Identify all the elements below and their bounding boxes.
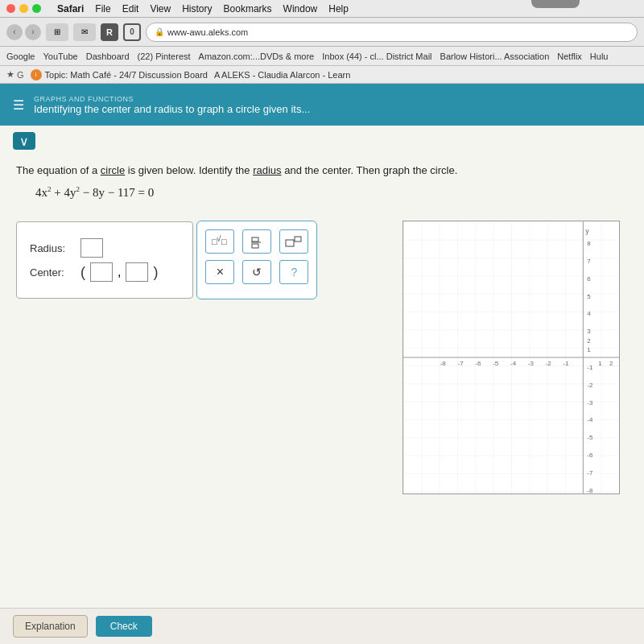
svg-text:-4: -4	[510, 359, 517, 366]
kb-help-btn[interactable]: ?	[279, 260, 308, 284]
camera-bump	[531, 0, 580, 8]
r-icon: R	[101, 23, 118, 41]
kb-fraction-btn[interactable]	[242, 229, 271, 254]
svg-text:8: 8	[587, 240, 591, 247]
tab-grid-button[interactable]: ⊞	[46, 23, 68, 41]
header-sub: GRAPHS AND FUNCTIONS	[34, 95, 310, 103]
close-paren: )	[153, 264, 158, 281]
svg-text:-8: -8	[587, 486, 593, 493]
open-paren: (	[80, 264, 85, 281]
forward-button[interactable]: ›	[25, 24, 41, 40]
radius-label: Radius:	[30, 242, 74, 254]
center-input-pair: ( , )	[80, 262, 158, 282]
traffic-lights	[6, 4, 41, 13]
kb-superscript-btn[interactable]	[279, 229, 308, 254]
menu-bookmarks[interactable]: Bookmarks	[224, 3, 272, 14]
graph-container[interactable]: 8 7 6 5 4 3 2 1 -1 -2 -3 -4 -5 -6	[402, 221, 620, 494]
menu-edit[interactable]: Edit	[122, 3, 139, 14]
main-content: ☰ GRAPHS AND FUNCTIONS Identifying the c…	[0, 84, 644, 644]
svg-rect-6	[286, 240, 294, 246]
bookmark-hulu[interactable]: Hulu	[590, 52, 609, 61]
bookmark-pinterest[interactable]: (22) Pinterest	[138, 52, 191, 61]
svg-rect-3	[252, 237, 258, 242]
svg-text:-4: -4	[587, 416, 593, 423]
math-keyboard: □ √ □	[196, 221, 317, 299]
comma: ,	[118, 265, 121, 279]
bookmark-barlow[interactable]: Barlow Histori... Association	[440, 52, 550, 61]
svg-text:-6: -6	[587, 452, 593, 459]
svg-text:-3: -3	[587, 398, 593, 406]
svg-text:2: 2	[609, 359, 613, 366]
svg-text:-5: -5	[587, 434, 593, 441]
radius-word: radius	[253, 164, 281, 176]
header-title: Identifying the center and radius to gra…	[34, 103, 310, 115]
svg-text:7: 7	[587, 257, 591, 264]
svg-text:6: 6	[587, 275, 591, 282]
svg-text:-2: -2	[546, 359, 552, 366]
tab-mail-button[interactable]: ✉	[73, 23, 96, 41]
bookmark-inbox[interactable]: Inbox (44) - cl... District Mail	[322, 52, 431, 61]
maximize-button[interactable]	[32, 4, 41, 13]
svg-rect-7	[295, 237, 301, 242]
problem-text: The equation of a circle is given below.…	[16, 163, 628, 179]
coordinate-plane: 8 7 6 5 4 3 2 1 -1 -2 -3 -4 -5 -6	[403, 221, 619, 493]
bookmark-google[interactable]: Google	[6, 52, 35, 61]
aleks-link[interactable]: A ALEKS - Claudia Alarcon - Learn	[214, 70, 350, 80]
explanation-button[interactable]: Explanation	[13, 615, 88, 638]
circle-word: circle	[101, 164, 125, 176]
svg-text:1: 1	[598, 359, 602, 366]
bookmark-netflix[interactable]: Netflix	[557, 52, 582, 61]
topic-icon: i	[31, 69, 42, 80]
collapse-button[interactable]: ∨	[13, 132, 35, 150]
svg-text:-1: -1	[587, 363, 593, 370]
bookmark-youtube[interactable]: YouTube	[43, 52, 77, 61]
svg-text:1: 1	[587, 346, 591, 353]
svg-text:-7: -7	[587, 469, 593, 476]
menu-history[interactable]: History	[182, 3, 212, 14]
svg-text:5: 5	[587, 292, 591, 299]
bookmark-dashboard[interactable]: Dashboard	[86, 52, 130, 61]
lock-icon: 🔒	[155, 27, 164, 36]
two-col-layout: Radius: Center: ( , )	[16, 213, 628, 494]
center-y-input[interactable]	[126, 262, 148, 282]
bottom-bar: Explanation Check	[0, 608, 644, 644]
back-button[interactable]: ‹	[6, 24, 23, 40]
svg-text:-5: -5	[493, 359, 499, 366]
browser-toolbar: ‹ › ⊞ ✉ R 0 🔒 www-awu.aleks.com	[0, 18, 644, 47]
check-button[interactable]: Check	[96, 616, 152, 637]
bookmarks-bar: Google YouTube Dashboard (22) Pinterest …	[0, 47, 644, 66]
topic-item[interactable]: i Topic: Math Café - 24/7 Discussion Boa…	[31, 69, 208, 80]
menu-help[interactable]: Help	[328, 3, 349, 14]
bookmark-amazon[interactable]: Amazon.com:...DVDs & more	[199, 52, 315, 61]
svg-text:-3: -3	[528, 359, 535, 366]
menu-window[interactable]: Window	[283, 3, 318, 14]
svg-text:-2: -2	[587, 381, 593, 388]
radius-row: Radius:	[30, 238, 180, 258]
address-bar[interactable]: 🔒 www-awu.aleks.com	[146, 23, 638, 42]
close-button[interactable]	[6, 4, 15, 13]
problem-area: The equation of a circle is given below.…	[0, 156, 644, 504]
kb-sqrt-btn[interactable]: □ √ □	[205, 229, 234, 254]
right-col: 8 7 6 5 4 3 2 1 -1 -2 -3 -4 -5 -6	[402, 213, 628, 494]
topic-text: Topic: Math Café - 24/7 Discussion Board	[45, 70, 208, 80]
svg-text:4: 4	[587, 310, 591, 317]
bookmarks-bar2: ★ G i Topic: Math Café - 24/7 Discussion…	[0, 66, 644, 84]
center-row: Center: ( , )	[30, 262, 180, 282]
aleks-header: ☰ GRAPHS AND FUNCTIONS Identifying the c…	[0, 84, 644, 126]
kb-undo-btn[interactable]: ↺	[242, 260, 271, 284]
svg-text:□: □	[221, 237, 227, 246]
answer-box: Radius: Center: ( , )	[16, 221, 193, 299]
svg-text:-7: -7	[457, 359, 464, 366]
hamburger-icon[interactable]: ☰	[13, 97, 24, 113]
minimize-button[interactable]	[19, 4, 28, 13]
svg-text:-6: -6	[475, 359, 481, 366]
left-col: Radius: Center: ( , )	[16, 213, 402, 494]
menu-file[interactable]: File	[95, 3, 110, 14]
radius-input[interactable]	[80, 238, 103, 258]
kb-multiply-btn[interactable]: ×	[205, 260, 234, 284]
svg-text:-8: -8	[440, 359, 447, 366]
center-x-input[interactable]	[90, 262, 113, 282]
menu-view[interactable]: View	[150, 3, 171, 14]
svg-text:3: 3	[587, 328, 591, 335]
menu-safari[interactable]: Safari	[57, 3, 84, 14]
